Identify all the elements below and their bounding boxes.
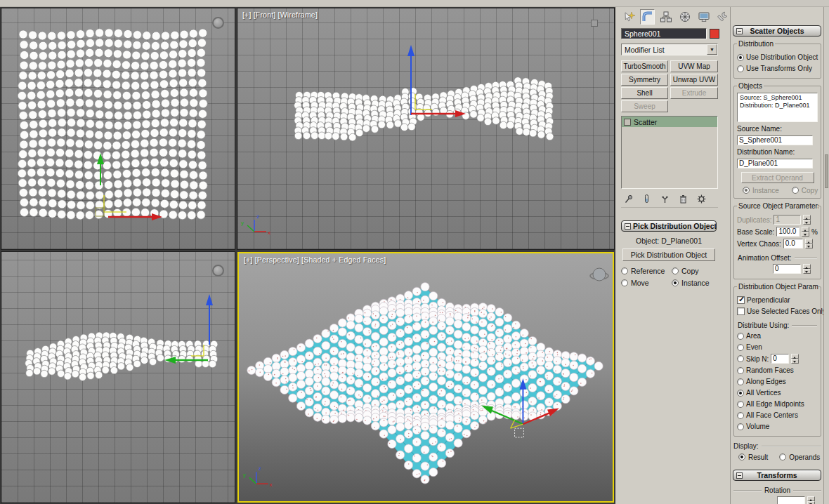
scrollbar-thumb[interactable] [825, 154, 828, 188]
pick-distribution-rollout-header[interactable]: Pick Distribution Object [621, 220, 717, 232]
radio-instance[interactable]: Instance [672, 279, 717, 287]
radio-reference[interactable]: Reference [621, 267, 672, 275]
display-tab-icon[interactable] [696, 9, 712, 25]
radio-skip-n[interactable]: Skip N: 0 [737, 354, 818, 364]
list-item[interactable]: Distribution: D_Plane001 [740, 102, 815, 110]
radio-move[interactable]: Move [621, 279, 672, 287]
checkbox-label: Use Selected Faces Only [747, 307, 823, 315]
radio-use-transforms-only[interactable]: Use Transforms Only [737, 64, 818, 73]
radio-all-vertices[interactable]: All Vertices [737, 388, 818, 397]
checkbox-perpendicular[interactable]: Perpendicular [737, 296, 818, 305]
radio-icon [672, 267, 679, 274]
spinner-down-icon[interactable] [803, 220, 811, 225]
configure-modifier-sets-icon[interactable] [694, 192, 709, 205]
objects-listbox[interactable]: Source: S_Sphere001 Distribution: D_Plan… [737, 93, 818, 122]
modifier-button-uvwmap[interactable]: UVW Map [670, 60, 718, 72]
radio-label: Skip N: [746, 355, 769, 363]
pin-stack-icon[interactable] [621, 192, 636, 205]
radio-along-edges[interactable]: Along Edges [737, 377, 818, 386]
modifier-stack[interactable]: Scatter [621, 116, 718, 189]
hierarchy-tab-icon[interactable] [658, 9, 674, 25]
spinner-down-icon[interactable] [791, 359, 799, 364]
source-name-field[interactable]: S_Sphere001 [737, 135, 813, 145]
spinner[interactable] [791, 354, 799, 364]
base-scale-field[interactable]: 100.0 [776, 227, 799, 237]
motion-tab-icon[interactable] [677, 9, 693, 25]
modifier-button-symmetry[interactable]: Symmetry [621, 74, 668, 86]
group-label: Objects [737, 82, 764, 90]
utilities-tab-icon[interactable] [714, 9, 730, 25]
scatter-objects-rollout-header[interactable]: Scatter Objects [733, 25, 821, 37]
radio-label: Use Transforms Only [746, 65, 812, 72]
viewport-front[interactable]: [+] [Front] [Wireframe] z x y [237, 8, 614, 249]
radio-volume[interactable]: Volume [737, 422, 818, 431]
spinner-up-icon[interactable] [803, 264, 811, 269]
duplicates-field: 1 [773, 215, 801, 225]
remove-modifier-icon[interactable] [676, 192, 691, 205]
transforms-rollout-header[interactable]: Transforms [733, 470, 821, 481]
spinner[interactable] [805, 239, 813, 248]
radio-operands[interactable]: Operands [779, 453, 820, 461]
radio-icon [743, 187, 750, 194]
radio-label: All Face Centers [746, 411, 798, 419]
radio-random-faces[interactable]: Random Faces [737, 366, 818, 375]
spinner-down-icon[interactable] [803, 269, 811, 274]
viewport-top[interactable] [1, 8, 235, 249]
modify-tab-icon[interactable] [640, 9, 655, 25]
radio-copy[interactable]: Copy [672, 267, 717, 275]
radio-all-face-centers[interactable]: All Face Centers [737, 411, 818, 420]
rotation-x-field[interactable] [777, 496, 805, 504]
spinner-down-icon[interactable] [807, 501, 815, 504]
radio-result[interactable]: Result [738, 453, 768, 461]
modifier-stack-item-scatter[interactable]: Scatter [622, 117, 717, 127]
spinner-down-icon[interactable] [805, 244, 813, 248]
radio-use-distribution-object[interactable]: Use Distribution Object [737, 53, 818, 62]
modifier-list-dropdown[interactable]: Modifier List ▼ [621, 44, 718, 55]
spinner[interactable] [802, 227, 809, 237]
object-color-swatch[interactable] [710, 29, 719, 39]
animation-offset-field[interactable]: 0 [773, 264, 801, 274]
show-end-result-icon[interactable] [639, 192, 654, 205]
viewport-label-front[interactable]: [+] [Front] [Wireframe] [242, 11, 318, 19]
radio-area[interactable]: Area [737, 331, 818, 340]
display-label: Display: [733, 442, 759, 450]
spinner-down-icon[interactable] [802, 232, 809, 237]
viewport-left[interactable] [1, 252, 235, 503]
collapse-minus-icon[interactable] [625, 223, 631, 230]
radio-icon [737, 355, 744, 362]
pick-distribution-object-button[interactable]: Pick Distribution Object [622, 248, 715, 261]
radio-even[interactable]: Even [737, 343, 818, 352]
spinner-up-icon[interactable] [791, 354, 799, 359]
steering-wheel-icon[interactable] [212, 17, 224, 29]
panel-scrollbar[interactable] [823, 7, 829, 504]
collapse-minus-icon[interactable] [736, 472, 743, 479]
duplicates-label: Duplicates: [737, 216, 771, 224]
distribution-name-field[interactable]: D_Plane001 [737, 159, 813, 168]
spinner-up-icon[interactable] [807, 496, 815, 501]
make-unique-icon[interactable] [658, 192, 672, 205]
viewcube-icon[interactable] [589, 266, 610, 284]
spinner[interactable] [807, 496, 815, 504]
modifier-button-shell[interactable]: Shell [621, 87, 668, 99]
modifier-button-unwrapuvw[interactable]: Unwrap UVW [670, 74, 718, 86]
create-tab-icon[interactable] [621, 9, 637, 25]
steering-wheel-icon[interactable] [212, 265, 224, 277]
spinner-up-icon[interactable] [805, 239, 813, 244]
spinner[interactable] [803, 215, 811, 225]
viewport-label-perspective[interactable]: [+] [Perspective] [Shaded + Edged Faces] [244, 256, 386, 264]
checkbox-use-selected-faces-only[interactable]: Use Selected Faces Only [737, 307, 818, 316]
modifier-stack-toolbar [621, 192, 718, 208]
list-item[interactable]: Source: S_Sphere001 [740, 94, 815, 102]
source-object-parameters-group: Source Object Parameters Duplicates: 1 B… [733, 206, 821, 279]
viewport-widget-icon[interactable] [591, 20, 598, 27]
spinner-up-icon[interactable] [802, 227, 809, 232]
modifier-button-turbosmooth[interactable]: TurboSmooth [621, 60, 668, 72]
skip-n-field[interactable]: 0 [771, 354, 789, 364]
vertex-chaos-field[interactable]: 0.0 [783, 239, 803, 248]
collapse-minus-icon[interactable] [736, 28, 743, 34]
radio-all-edge-midpoints[interactable]: All Edge Midpoints [737, 399, 818, 409]
spinner-up-icon[interactable] [803, 215, 811, 220]
viewport-perspective[interactable]: [+] [Perspective] [Shaded + Edged Faces]… [237, 252, 614, 503]
object-name-field[interactable]: Sphere001 [621, 28, 707, 39]
spinner[interactable] [803, 264, 811, 274]
